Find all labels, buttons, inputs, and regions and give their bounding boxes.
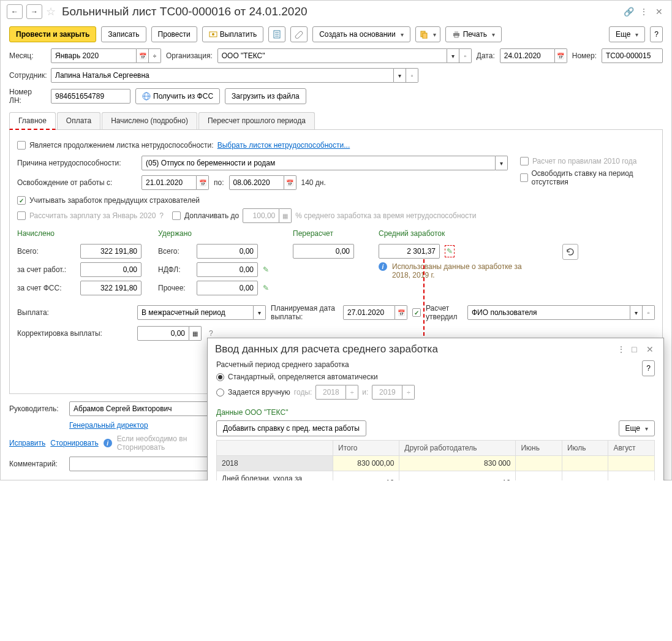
month-calendar-icon[interactable]: 📅 <box>137 48 149 63</box>
date-to-calendar-icon[interactable]: 📅 <box>284 175 296 190</box>
avg-input[interactable] <box>379 244 440 259</box>
employee-dropdown-icon[interactable]: ▾ <box>394 68 406 83</box>
table-row[interactable]: 2018 830 000,00 830 000 <box>217 456 655 471</box>
correction-input[interactable] <box>137 326 189 341</box>
post-and-close-button[interactable]: Провести и закрыть <box>9 26 96 42</box>
date-to-input[interactable] <box>229 175 284 190</box>
modal-help-button[interactable]: ? <box>642 360 655 376</box>
nav-forward-button[interactable]: → <box>26 4 42 19</box>
tab-payment[interactable]: Оплата <box>57 112 100 129</box>
tab-main[interactable]: Главное <box>9 112 56 130</box>
date-input[interactable] <box>500 48 555 63</box>
org-input[interactable] <box>217 48 447 63</box>
calc-2010-label: Расчет по правилам 2010 года <box>532 157 636 165</box>
footer-hint: Если необходимо внСторнировать <box>117 434 187 452</box>
pay-button[interactable]: Выплатить <box>202 26 264 42</box>
get-fss-button[interactable]: Получить из ФСС <box>135 88 220 104</box>
position-link[interactable]: Генеральный директор <box>69 421 148 430</box>
table-row[interactable]: Дней болезни, ухода за детьми 10 10 <box>217 471 655 481</box>
printer-icon <box>452 30 461 39</box>
modal-close-icon[interactable]: ✕ <box>646 344 656 354</box>
org-dropdown-icon[interactable]: ▾ <box>447 48 459 63</box>
days-label: 140 дн. <box>301 178 326 187</box>
number-label: Номер: <box>572 51 597 60</box>
load-file-button[interactable]: Загрузить из файла <box>225 88 306 104</box>
copy-button[interactable] <box>415 26 440 42</box>
save-button[interactable]: Записать <box>101 26 146 42</box>
manager-input[interactable] <box>69 401 210 416</box>
reason-input[interactable] <box>142 156 496 170</box>
auto-radio[interactable] <box>216 373 224 381</box>
month-input[interactable] <box>51 48 137 63</box>
approved-dropdown-icon[interactable]: ▾ <box>630 305 643 320</box>
date-calendar-icon[interactable]: 📅 <box>555 48 567 63</box>
fss-input[interactable] <box>80 281 142 295</box>
attach-button[interactable] <box>290 26 308 42</box>
modal-maximize-icon[interactable]: □ <box>632 344 641 354</box>
number-input[interactable] <box>602 48 663 63</box>
ndfl-edit-icon[interactable]: ✎ <box>263 265 269 274</box>
tab-recalc[interactable]: Пересчет прошлого периода <box>198 112 315 129</box>
other-edit-icon[interactable]: ✎ <box>263 284 269 292</box>
total-accrued-input[interactable] <box>80 244 142 259</box>
date-from-input[interactable] <box>142 175 197 190</box>
close-icon[interactable]: ✕ <box>655 7 665 17</box>
correction-calc-icon[interactable]: ▦ <box>189 326 202 341</box>
print-button[interactable]: Печать <box>445 26 502 42</box>
payout-dropdown-icon[interactable]: ▾ <box>254 305 266 320</box>
select-sheet-link[interactable]: Выбрать листок нетрудоспособности... <box>217 141 350 150</box>
create-based-button[interactable]: Создать на основании <box>312 26 410 42</box>
nav-back-button[interactable]: ← <box>7 4 23 19</box>
approved-checkbox[interactable] <box>412 308 421 317</box>
continuation-checkbox[interactable] <box>17 141 26 150</box>
employer-input[interactable] <box>80 262 142 277</box>
help-button[interactable]: ? <box>650 26 663 42</box>
avg-edit-icon[interactable]: ✎ <box>445 245 455 257</box>
free-rate-checkbox[interactable] <box>520 173 528 182</box>
other-input[interactable] <box>197 281 258 295</box>
col-aug[interactable]: Август <box>608 441 655 456</box>
employee-open-icon[interactable]: ▫ <box>406 68 418 83</box>
reason-dropdown-icon[interactable]: ▾ <box>496 156 508 170</box>
approved-user-input[interactable] <box>467 305 630 320</box>
use-prev-checkbox[interactable] <box>17 196 26 205</box>
modal-more-icon[interactable]: ⋮ <box>617 344 627 354</box>
post-button[interactable]: Провести <box>151 26 197 42</box>
reverse-link[interactable]: Сторнировать <box>50 439 98 447</box>
col-other[interactable]: Другой работодатель <box>399 441 516 456</box>
comment-input[interactable] <box>69 457 210 471</box>
col-jul[interactable]: Июль <box>562 441 608 456</box>
approved-open-icon[interactable]: ▫ <box>643 305 655 320</box>
month-stepper-icon[interactable]: ÷ <box>149 48 161 63</box>
more-button[interactable]: Еще <box>609 26 645 42</box>
col-jun[interactable]: Июнь <box>516 441 562 456</box>
arrow-line <box>423 259 425 342</box>
ln-label: Номер ЛН: <box>9 88 46 105</box>
payout-input[interactable] <box>137 305 254 320</box>
employee-input[interactable] <box>51 68 394 83</box>
manual-radio[interactable] <box>216 389 224 396</box>
svg-rect-7 <box>423 33 427 39</box>
form-icon-button[interactable] <box>268 26 285 42</box>
supplement-checkbox[interactable] <box>172 211 181 220</box>
plan-date-input[interactable] <box>343 305 395 320</box>
ndfl-input[interactable] <box>197 262 258 277</box>
date-from-calendar-icon[interactable]: 📅 <box>197 175 209 190</box>
favorite-star-icon[interactable]: ☆ <box>46 5 58 18</box>
total-withheld-input[interactable] <box>197 244 258 259</box>
more-icon[interactable]: ⋮ <box>640 7 649 17</box>
approved-label: Расчет утвердил <box>426 304 462 321</box>
refresh-button[interactable] <box>562 244 578 260</box>
col-total[interactable]: Итого <box>333 441 399 456</box>
svg-rect-10 <box>455 36 458 37</box>
org-open-icon[interactable]: ▫ <box>459 48 472 63</box>
recalc-input[interactable] <box>293 244 354 259</box>
plan-date-calendar-icon[interactable]: 📅 <box>395 305 407 320</box>
add-ref-button[interactable]: Добавить справку с пред. места работы <box>216 420 366 436</box>
modal-more-button[interactable]: Еще <box>619 420 655 436</box>
link-icon[interactable]: 🔗 <box>624 7 633 17</box>
ln-input[interactable] <box>51 89 130 104</box>
correct-link[interactable]: Исправить <box>9 439 45 447</box>
tab-accrued[interactable]: Начислено (подробно) <box>102 112 197 129</box>
avg-header: Средний заработок <box>379 229 550 238</box>
